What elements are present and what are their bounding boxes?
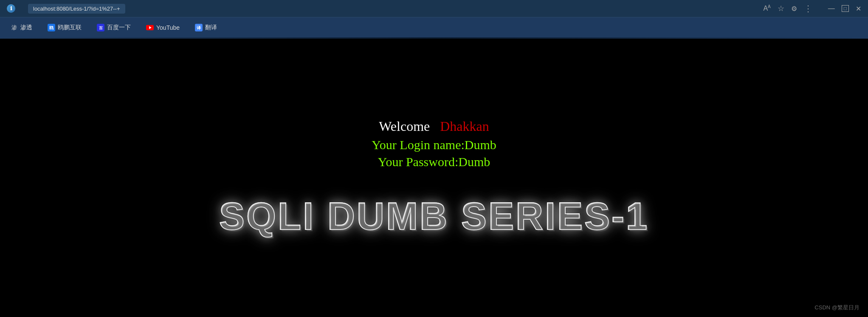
browser-logo: ℹ: [7, 4, 15, 13]
login-name-line: Your Login name:Dumb: [372, 138, 496, 152]
window-restore[interactable]: □: [842, 5, 849, 12]
window-minimize[interactable]: —: [828, 5, 835, 12]
toolbar-label-baidu: 百度一下: [107, 24, 131, 31]
toolbar-label-youtube: YouTube: [156, 24, 180, 31]
title-bar-controls: AA ☆ ⚙ ⋮ — □ ✕: [763, 3, 861, 14]
welcome-section: Welcome Dhakkan Your Login name:Dumb You…: [372, 119, 496, 169]
title-bar-left: ℹ localhost:8080/Less-1/?id=1%27--+: [7, 4, 134, 14]
svg-text:百: 百: [99, 26, 103, 30]
password-label: Your Password:: [378, 155, 459, 169]
watermark: CSDN @繁星日月: [814, 304, 860, 311]
toolbar-item-penghu[interactable]: 鸥 鸥鹏互联: [44, 22, 85, 33]
menu-icon[interactable]: ⋮: [804, 3, 813, 14]
toolbar-label-shentou: 渗透: [20, 24, 32, 31]
toolbar-label-translate: 翻译: [205, 24, 217, 31]
welcome-name: Dhakkan: [440, 119, 489, 134]
extensions-icon[interactable]: ⚙: [791, 5, 797, 13]
login-name-value: Dumb: [465, 138, 496, 152]
bookmark-icon[interactable]: ☆: [778, 4, 784, 13]
toolbar-item-translate[interactable]: 译 翻译: [192, 22, 220, 33]
url-text: localhost:8080/Less-1/?id=1%27--+: [33, 6, 120, 12]
title-bar: ℹ localhost:8080/Less-1/?id=1%27--+ AA ☆…: [0, 0, 868, 17]
font-size-icon[interactable]: AA: [763, 4, 770, 12]
toolbar-label-penghu: 鸥鹏互联: [58, 24, 82, 31]
welcome-label: Welcome: [379, 119, 430, 134]
url-bar[interactable]: localhost:8080/Less-1/?id=1%27--+: [28, 4, 125, 14]
toolbar-item-youtube[interactable]: YouTube: [143, 22, 183, 33]
welcome-line: Welcome Dhakkan: [372, 119, 496, 134]
sqli-title-container: SQLI DUMB SERIES-1: [219, 195, 649, 238]
password-value: Dumb: [458, 155, 490, 169]
penghu-icon: 鸥: [48, 24, 55, 31]
browser-chrome: ℹ localhost:8080/Less-1/?id=1%27--+ AA ☆…: [0, 0, 868, 39]
svg-text:鸥: 鸥: [49, 25, 54, 30]
main-content: Welcome Dhakkan Your Login name:Dumb You…: [0, 39, 868, 317]
toolbar-item-shentou[interactable]: 渗 渗透: [7, 22, 36, 33]
youtube-icon: [146, 24, 154, 31]
shentou-icon: 渗: [10, 24, 18, 31]
login-name-label: Your Login name:: [372, 138, 465, 152]
svg-text:译: 译: [197, 25, 201, 30]
window-close[interactable]: ✕: [856, 5, 861, 13]
sqli-title: SQLI DUMB SERIES-1: [219, 195, 649, 238]
toolbar-item-baidu[interactable]: 百 百度一下: [93, 22, 134, 33]
bookmarks-toolbar: 渗 渗透 鸥 鸥鹏互联 百 百度一下: [0, 17, 868, 37]
password-line: Your Password:Dumb: [372, 155, 496, 169]
watermark-text: CSDN @繁星日月: [814, 304, 860, 311]
baidu-icon: 百: [97, 24, 104, 31]
translate-icon: 译: [195, 24, 203, 31]
